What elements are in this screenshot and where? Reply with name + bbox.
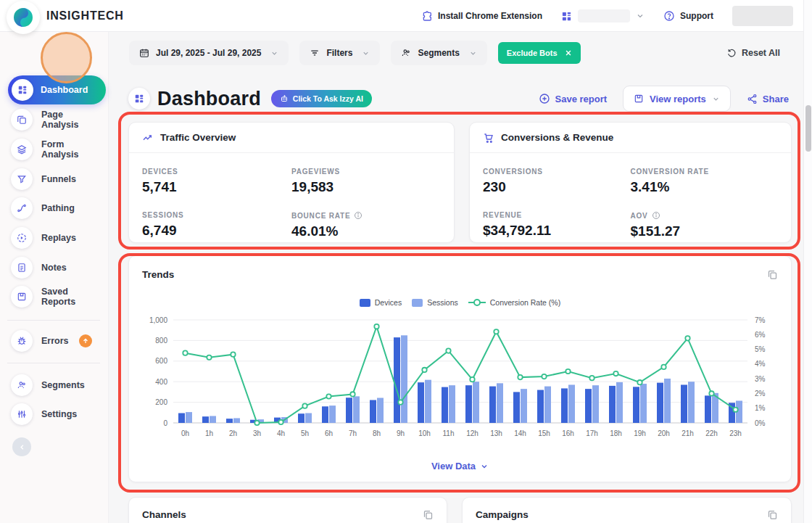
install-chrome-extension-link[interactable]: Install Chrome Extension: [421, 10, 542, 22]
svg-text:7h: 7h: [349, 429, 357, 437]
sidebar-item-funnels[interactable]: Funnels: [11, 168, 102, 190]
legend-devices: Devices: [360, 298, 402, 307]
info-icon[interactable]: [354, 211, 362, 220]
card-title: Campaigns: [476, 509, 529, 520]
filter-lines-icon: [310, 48, 320, 58]
metric-conversions: CONVERSIONS 230: [483, 168, 631, 195]
svg-text:800: 800: [155, 337, 167, 345]
ask-izzy-ai-button[interactable]: Click To Ask Izzy AI: [271, 90, 372, 107]
top-header: INSIGHTECH Install Chrome Extension Supp…: [0, 0, 803, 32]
svg-text:20h: 20h: [658, 429, 670, 437]
card-title: Channels: [142, 509, 186, 520]
sidebar-item-errors[interactable]: Errors: [11, 330, 102, 352]
view-data-button[interactable]: View Data: [129, 461, 791, 471]
reset-all-button[interactable]: Reset All: [726, 41, 780, 65]
cart-icon: [483, 132, 494, 144]
svg-text:15h: 15h: [538, 429, 550, 437]
svg-text:3h: 3h: [253, 429, 261, 437]
page-title-grid-icon: [128, 88, 150, 110]
user-segment-icon: [401, 48, 411, 58]
copy-icon[interactable]: [767, 269, 778, 280]
filter-toolbar: Jul 29, 2025 - Jul 29, 2025 Filters Segm…: [129, 41, 789, 65]
chevron-down-icon: [270, 49, 278, 57]
filters-dropdown[interactable]: Filters: [299, 41, 380, 65]
svg-text:5%: 5%: [755, 345, 766, 353]
chevron-down-icon: [469, 49, 477, 57]
play-circle-icon: [11, 227, 33, 249]
funnel-icon: [11, 168, 33, 190]
sidebar-item-notes[interactable]: Notes: [11, 257, 102, 279]
save-report-button[interactable]: Save report: [539, 93, 608, 104]
sidebar-item-settings[interactable]: Settings: [11, 403, 102, 425]
segments-dropdown[interactable]: Segments: [391, 41, 486, 65]
metric-devices: DEVICES 5,741: [142, 168, 291, 195]
svg-text:6%: 6%: [755, 331, 766, 339]
share-button[interactable]: Share: [747, 94, 789, 104]
line-marker-icon: [468, 298, 486, 307]
svg-text:10h: 10h: [418, 429, 431, 437]
svg-text:200: 200: [155, 398, 167, 406]
svg-text:23h: 23h: [729, 429, 742, 437]
bookmark-icon: [11, 286, 33, 308]
sidebar-item-replays[interactable]: Replays: [11, 227, 102, 249]
date-range-picker[interactable]: Jul 29, 2025 - Jul 29, 2025: [129, 41, 289, 65]
conversions-revenue-card: Conversions & Revenue CONVERSIONS 230 CO…: [469, 122, 792, 243]
reset-icon: [726, 48, 737, 58]
svg-text:21h: 21h: [682, 429, 694, 437]
sidebar-item-saved-reports[interactable]: Saved Reports: [11, 286, 102, 308]
trends-chart: 02004006008001,0000%1%2%3%4%5%6%7%0h1h2h…: [133, 313, 789, 447]
svg-text:4h: 4h: [277, 429, 285, 437]
svg-text:1,000: 1,000: [149, 316, 167, 324]
brand-logo: [7, 1, 40, 34]
workspace-selector[interactable]: [561, 9, 645, 22]
sidebar-item-form-analysis[interactable]: Form Analysis: [11, 139, 102, 160]
exclude-bots-chip[interactable]: Exclude Bots: [498, 42, 581, 64]
svg-text:1h: 1h: [205, 429, 213, 437]
svg-text:19h: 19h: [634, 429, 646, 437]
svg-text:0: 0: [163, 419, 167, 427]
svg-text:16h: 16h: [562, 429, 574, 437]
metric-sessions: SESSIONS 6,749: [142, 211, 291, 239]
calendar-icon: [139, 48, 149, 58]
svg-text:0h: 0h: [181, 429, 189, 437]
copy-icon[interactable]: [767, 509, 778, 520]
svg-text:2h: 2h: [229, 429, 237, 437]
copy-icon[interactable]: [423, 509, 434, 520]
svg-text:9h: 9h: [397, 429, 405, 437]
sidebar-item-segments[interactable]: Segments: [11, 374, 102, 396]
view-reports-button[interactable]: View reports: [623, 86, 731, 112]
users-icon: [11, 374, 33, 396]
page-scrollbar[interactable]: [803, 0, 812, 523]
legend-sessions: Sessions: [412, 298, 458, 307]
svg-text:4%: 4%: [755, 360, 766, 368]
close-icon[interactable]: [565, 49, 572, 57]
support-link[interactable]: Support: [663, 10, 713, 22]
sidebar-collapse-button[interactable]: [12, 437, 31, 456]
sidebar-item-dashboard[interactable]: Dashboard: [8, 75, 106, 104]
bug-icon: [11, 330, 33, 352]
svg-text:6h: 6h: [325, 429, 333, 437]
metric-aov: AOV $151.27: [631, 211, 779, 239]
sidebar-item-pathing[interactable]: Pathing: [11, 197, 102, 219]
pages-icon: [11, 109, 33, 131]
sidebar-item-page-analysis[interactable]: Page Analysis: [11, 109, 102, 131]
scrollbar-thumb[interactable]: [805, 105, 811, 152]
share-icon: [747, 94, 758, 104]
brand-name: INSIGHTECH: [46, 9, 124, 22]
svg-text:14h: 14h: [514, 429, 526, 437]
sidebar: Dashboard Page Analysis Form Analysis Fu…: [0, 32, 109, 523]
info-icon[interactable]: [652, 211, 660, 220]
svg-text:17h: 17h: [586, 429, 598, 437]
chevron-down-icon: [362, 49, 370, 57]
layers-icon: [11, 139, 33, 160]
main-content: Jul 29, 2025 - Jul 29, 2025 Filters Segm…: [109, 32, 803, 523]
campaigns-card: Campaigns: [462, 497, 792, 523]
metric-conversion-rate: CONVERSION RATE 3.41%: [631, 168, 779, 195]
svg-text:2%: 2%: [755, 390, 766, 398]
user-account-redacted[interactable]: [732, 6, 793, 26]
question-circle-icon: [663, 10, 675, 22]
logo-swirl-icon: [12, 7, 34, 28]
metric-pageviews: PAGEVIEWS 19,583: [291, 168, 441, 195]
save-icon: [634, 94, 644, 104]
svg-text:12h: 12h: [466, 429, 478, 437]
